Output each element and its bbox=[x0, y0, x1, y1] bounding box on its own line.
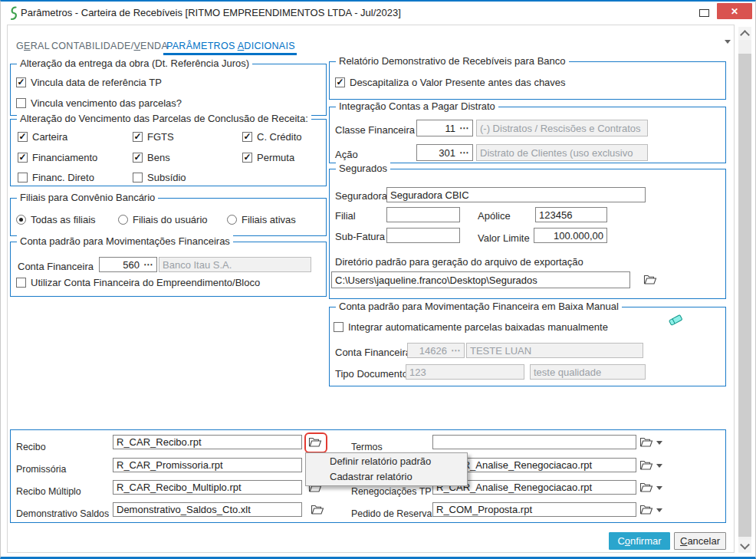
dropdown-caret-icon[interactable] bbox=[656, 486, 662, 493]
eraser-icon[interactable] bbox=[666, 312, 685, 330]
recibo-field[interactable]: R_CAR_Recibo.rpt bbox=[113, 435, 302, 449]
acao-label: Ação bbox=[335, 149, 358, 160]
folder-browse-icon[interactable] bbox=[639, 459, 653, 471]
checkbox-box[interactable] bbox=[242, 132, 252, 142]
demonstrativo-saldos-field[interactable]: Demonstrativo_Saldos_Cto.xlt bbox=[113, 502, 302, 517]
sub-fatura-field[interactable] bbox=[386, 228, 460, 243]
radio-label: Filiais do usuário bbox=[133, 214, 208, 225]
checkbox-box[interactable] bbox=[16, 77, 26, 87]
group-title: Filiais para Convênio Bancário bbox=[17, 192, 158, 203]
checkbox-vincula-vencimento[interactable]: Vincula vencimento das parcelas? bbox=[16, 97, 182, 109]
radio-circle[interactable] bbox=[118, 215, 128, 225]
group-title: Relatório Demonstrativo de Recebíveis pa… bbox=[336, 55, 569, 67]
radio-todas-as-filiais[interactable]: Todas as filiais bbox=[16, 214, 96, 225]
renegociacoes-tp-label: Renegociações TP bbox=[351, 486, 431, 497]
checkbox-c-credito[interactable]: C. Crédito bbox=[242, 131, 302, 143]
checkbox-descapitaliza[interactable]: Descapitaliza o Valor Presente antes das… bbox=[335, 77, 566, 88]
checkbox-vincula-data-referencia[interactable]: Vincula data de referência TP bbox=[16, 77, 162, 88]
checkbox-financiamento[interactable]: Financiamento bbox=[18, 152, 97, 163]
dropdown-caret-icon[interactable] bbox=[656, 508, 662, 515]
sub-fatura-label: Sub-Fatura bbox=[335, 231, 385, 242]
filial-field[interactable] bbox=[386, 207, 460, 222]
termos-field[interactable] bbox=[432, 435, 636, 449]
checkbox-label: Financ. Direto bbox=[32, 172, 94, 183]
group-title: Conta padrão para Movimentação Financeir… bbox=[336, 301, 622, 312]
radio-filiais-do-usuario[interactable]: Filiais do usuário bbox=[118, 214, 208, 225]
dropdown-caret-icon[interactable] bbox=[656, 441, 662, 448]
radio-circle[interactable] bbox=[227, 215, 237, 225]
radio-label: Todas as filiais bbox=[31, 214, 96, 225]
scrollbar-thumb[interactable] bbox=[738, 54, 751, 537]
scrollbar-down-button[interactable] bbox=[738, 540, 751, 553]
dialog-window: Parâmetros - Carteira de Recebíveis [RIT… bbox=[0, 0, 756, 559]
valor-limite-field[interactable]: 100.000,00 bbox=[534, 228, 607, 243]
checkbox-box[interactable] bbox=[18, 153, 28, 163]
checkbox-box[interactable] bbox=[16, 98, 26, 108]
dropdown-caret-icon[interactable] bbox=[656, 464, 662, 471]
checkbox-utilizar-conta-empreendimento[interactable]: Utilizar Conta Financeira do Empreendime… bbox=[16, 277, 260, 288]
classe-financeira-label: Classe Financeira bbox=[335, 124, 415, 136]
confirmar-button[interactable]: Confirmar bbox=[609, 532, 670, 550]
checkbox-integrar-automaticamente[interactable]: Integrar automaticamente parcelas baixad… bbox=[334, 321, 608, 333]
checkbox-box[interactable] bbox=[335, 77, 345, 87]
folder-browse-icon[interactable] bbox=[639, 504, 653, 515]
conta-financeira-code-field: 14626 ⋯ bbox=[407, 343, 465, 358]
checkbox-label: Integrar automaticamente parcelas baixad… bbox=[348, 321, 608, 333]
tab-parametros-adicionais[interactable]: PARÂMETROS ADICIONAIS bbox=[166, 41, 295, 51]
folder-browse-icon[interactable] bbox=[311, 504, 324, 515]
radio-filiais-ativas[interactable]: Filiais ativas bbox=[227, 214, 296, 225]
checkbox-carteira[interactable]: Carteira bbox=[18, 131, 67, 143]
checkbox-box[interactable] bbox=[133, 132, 143, 142]
browse-ellipsis-icon[interactable]: ⋯ bbox=[143, 261, 153, 268]
group-title: Alteração do Vencimento das Parcelas de … bbox=[17, 113, 311, 124]
tab-geral[interactable]: GERAL bbox=[16, 41, 50, 51]
pedido-reserva-label: Pedido de Reserva bbox=[351, 508, 432, 519]
tipo-documento-desc-field: teste qualidade bbox=[530, 364, 646, 380]
checkbox-permuta[interactable]: Permuta bbox=[242, 152, 294, 163]
checkbox-box[interactable] bbox=[334, 322, 343, 332]
acao-code-field[interactable]: 301 ⋯ bbox=[416, 144, 473, 161]
cancelar-button[interactable]: Cancelar bbox=[674, 532, 726, 550]
checkbox-financ-direto[interactable]: Financ. Direto bbox=[18, 172, 94, 183]
promissoria-field[interactable]: R_CAR_Promissoria.rpt bbox=[113, 458, 302, 472]
diretorio-field[interactable]: C:\Users\jaqueline.franco\Desktop\Segura… bbox=[331, 271, 630, 288]
checkbox-subsidio[interactable]: Subsídio bbox=[133, 172, 186, 183]
maximize-button[interactable] bbox=[693, 6, 715, 20]
menu-item-cadastrar-relatorio[interactable]: Cadastrar relatório bbox=[306, 469, 467, 485]
checkbox-label: Descapitaliza o Valor Presente antes das… bbox=[350, 77, 566, 88]
seguradora-field[interactable]: Seguradora CBIC bbox=[386, 187, 646, 202]
conta-financeira-label: Conta Financeira bbox=[18, 261, 94, 272]
browse-ellipsis-icon[interactable]: ⋯ bbox=[459, 124, 469, 132]
checkbox-box[interactable] bbox=[242, 153, 252, 163]
pedido-reserva-field[interactable]: R_COM_Proposta.rpt bbox=[432, 502, 636, 517]
folder-browse-icon[interactable] bbox=[639, 436, 653, 448]
checkbox-box[interactable] bbox=[16, 278, 26, 288]
tab-contabilidade-venda[interactable]: CONTABILIDADE/VENDA bbox=[51, 41, 168, 51]
recibo-multiplo-label: Recibo Múltiplo bbox=[16, 486, 81, 497]
app-logo-icon bbox=[8, 6, 18, 24]
field-value: 11 bbox=[445, 123, 456, 134]
checkbox-label: Financiamento bbox=[32, 152, 97, 163]
checkbox-bens[interactable]: Bens bbox=[133, 152, 170, 163]
promissoria-label: Promissória bbox=[16, 464, 66, 475]
close-icon: ✕ bbox=[731, 6, 738, 17]
classe-financeira-code-field[interactable]: 11 ⋯ bbox=[416, 120, 473, 136]
checkbox-fgts[interactable]: FGTS bbox=[133, 131, 174, 143]
apolice-field[interactable]: 123456 bbox=[535, 207, 607, 222]
folder-browse-icon[interactable] bbox=[643, 274, 657, 285]
checkbox-box[interactable] bbox=[133, 153, 143, 163]
radio-circle[interactable] bbox=[16, 215, 26, 225]
tab-overflow-caret-icon[interactable] bbox=[725, 40, 731, 47]
conta-financeira-label: Conta Financeira bbox=[335, 347, 411, 358]
menu-item-definir-relatorio-padrao[interactable]: Definir relatório padrão bbox=[306, 454, 467, 469]
folder-browse-icon[interactable] bbox=[639, 482, 653, 493]
checkbox-box[interactable] bbox=[133, 173, 143, 182]
close-button[interactable]: ✕ bbox=[717, 3, 752, 19]
browse-ellipsis-icon[interactable]: ⋯ bbox=[459, 149, 469, 156]
recibo-multiplo-field[interactable]: R_CAR_Recibo_Multiplo.rpt bbox=[113, 480, 302, 495]
checkbox-box[interactable] bbox=[18, 173, 28, 182]
conta-financeira-code-field[interactable]: 560 ⋯ bbox=[99, 257, 157, 272]
scrollbar-up-button[interactable] bbox=[738, 27, 751, 40]
checkbox-label: Utilizar Conta Financeira do Empreendime… bbox=[31, 277, 260, 288]
checkbox-box[interactable] bbox=[18, 132, 28, 142]
